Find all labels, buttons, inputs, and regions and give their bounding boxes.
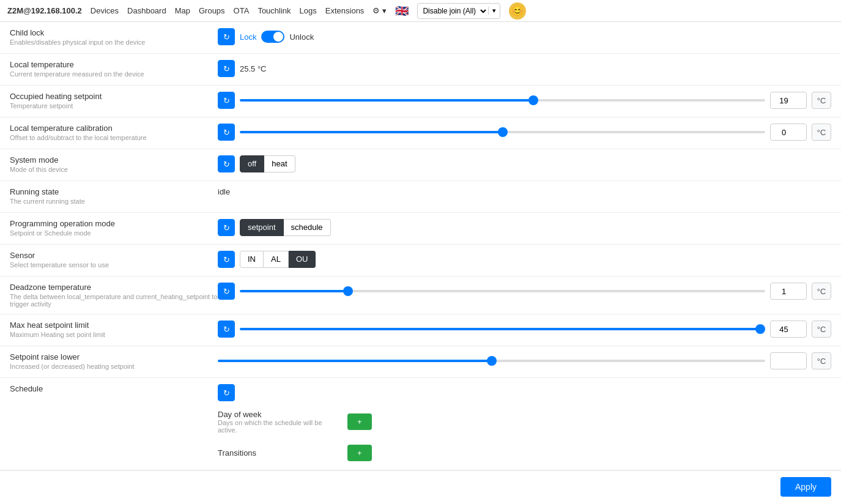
local-temperature-calibration-refresh-btn[interactable]: ↻	[218, 124, 235, 141]
local-temperature-calibration-control: ↻ °C	[218, 124, 831, 141]
occupied-heating-setpoint-refresh-btn[interactable]: ↻	[218, 92, 235, 109]
programming-operation-mode-refresh-btn[interactable]: ↻	[218, 219, 235, 236]
deadzone-temperature-slider[interactable]	[240, 290, 765, 292]
setpoint-raise-lower-label-col: Setpoint raise lower Increased (or decre…	[10, 352, 218, 370]
toggle-slider	[261, 31, 284, 43]
deadzone-temperature-label: Deadzone temperature	[10, 283, 218, 292]
schedule-refresh-btn[interactable]: ↻	[218, 384, 235, 401]
sensor-ou-btn[interactable]: OU	[289, 251, 316, 268]
unlock-label: Unlock	[289, 32, 314, 42]
sensor-in-btn[interactable]: IN	[240, 251, 264, 268]
setpoint-raise-lower-label: Setpoint raise lower	[10, 352, 218, 361]
programming-operation-mode-label: Programming operation mode	[10, 219, 218, 228]
max-heat-setpoint-limit-slider-container: °C	[240, 321, 831, 338]
flag-icon[interactable]: 🇬🇧	[395, 4, 409, 18]
day-of-week-desc: Days on which the schedule will be activ…	[218, 419, 340, 434]
system-mode-btngroup: off heat	[240, 155, 295, 172]
transitions-add-btn[interactable]: +	[347, 445, 372, 461]
setpoint-raise-lower-slider-container: °C	[218, 352, 831, 369]
nav-link-map[interactable]: Map	[175, 6, 190, 15]
occupied-heating-setpoint-desc: Temperature setpoint	[10, 102, 218, 109]
local-temperature-value: 25.5 °C	[240, 64, 267, 73]
nav-link-ota[interactable]: OTA	[234, 6, 250, 15]
occupied-heating-setpoint-slider-container: °C	[240, 92, 831, 109]
running-state-label: Running state	[10, 187, 218, 196]
user-icon-btn[interactable]: 😊	[509, 2, 526, 20]
local-temperature-desc: Current temperature measured on the devi…	[10, 70, 218, 78]
occupied-heating-setpoint-label: Occupied heating setpoint	[10, 92, 218, 101]
local-temperature-label: Local temperature	[10, 60, 218, 69]
running-state-desc: The current running state	[10, 198, 218, 205]
max-heat-setpoint-limit-input[interactable]	[770, 321, 807, 338]
occupied-heating-setpoint-label-col: Occupied heating setpoint Temperature se…	[10, 92, 218, 109]
system-mode-label-col: System mode Mode of this device	[10, 155, 218, 173]
join-dropdown-btn[interactable]: ▾	[488, 7, 500, 15]
programming-operation-mode-desc: Setpoint or Schedule mode	[10, 229, 218, 237]
nav-brand[interactable]: Z2M@192.168.100.2	[7, 6, 82, 15]
day-of-week-row: Day of week Days on which the schedule w…	[218, 407, 372, 436]
local-temperature-calibration-unit: °C	[812, 124, 831, 141]
sensor-desc: Select temperature sensor to use	[10, 261, 218, 269]
local-temperature-label-col: Local temperature Current temperature me…	[10, 60, 218, 78]
max-heat-setpoint-limit-unit: °C	[812, 321, 831, 338]
join-select[interactable]: Disable join (All)	[418, 6, 488, 16]
child-lock-refresh-btn[interactable]: ↻	[218, 28, 235, 45]
programming-mode-schedule-btn[interactable]: schedule	[284, 219, 331, 236]
running-state-label-col: Running state The current running state	[10, 187, 218, 205]
local-temperature-calibration-input[interactable]	[770, 124, 807, 141]
day-of-week-add-btn[interactable]: +	[347, 413, 372, 430]
max-heat-setpoint-limit-refresh-btn[interactable]: ↻	[218, 321, 235, 338]
child-lock-toggle[interactable]	[261, 31, 284, 43]
programming-mode-setpoint-btn[interactable]: setpoint	[240, 219, 284, 236]
deadzone-temperature-input[interactable]	[770, 283, 807, 300]
setpoint-raise-lower-unit: °C	[812, 352, 831, 369]
apply-button[interactable]: Apply	[780, 477, 831, 497]
running-state-row: Running state The current running state …	[0, 181, 841, 213]
max-heat-setpoint-limit-slider[interactable]	[240, 328, 765, 330]
setpoint-raise-lower-input[interactable]	[770, 352, 807, 369]
nav-link-dashboard[interactable]: Dashboard	[127, 6, 166, 15]
running-state-value: idle	[218, 187, 230, 196]
nav-link-touchlink[interactable]: Touchlink	[257, 6, 291, 15]
system-mode-refresh-btn[interactable]: ↻	[218, 155, 235, 172]
setpoint-raise-lower-control: °C	[218, 352, 831, 369]
deadzone-temperature-label-col: Deadzone temperature The delta between l…	[10, 283, 218, 308]
sensor-control: ↻ IN AL OU	[218, 251, 831, 268]
nav-link-extensions[interactable]: Extensions	[325, 6, 365, 15]
system-mode-off-btn[interactable]: off	[240, 155, 264, 172]
max-heat-setpoint-limit-label: Max heat setpoint limit	[10, 321, 218, 330]
nav-settings[interactable]: ⚙ ▾	[372, 6, 387, 15]
programming-operation-mode-row: Programming operation mode Setpoint or S…	[0, 213, 841, 245]
sensor-label-col: Sensor Select temperature sensor to use	[10, 251, 218, 269]
local-temperature-calibration-slider[interactable]	[240, 131, 765, 133]
occupied-heating-setpoint-input[interactable]	[770, 92, 807, 109]
schedule-row: Schedule ↻ Day of week Days on which the…	[0, 378, 841, 470]
deadzone-temperature-desc: The delta between local_temperature and …	[10, 293, 218, 308]
setpoint-raise-lower-slider[interactable]	[218, 360, 765, 362]
nav-link-groups[interactable]: Groups	[199, 6, 225, 15]
child-lock-control: ↻ Lock Unlock	[218, 28, 831, 45]
sensor-refresh-btn[interactable]: ↻	[218, 251, 235, 268]
local-temperature-control: ↻ 25.5 °C	[218, 60, 831, 77]
deadzone-temperature-refresh-btn[interactable]: ↻	[218, 283, 235, 300]
running-state-control: idle	[218, 187, 831, 196]
system-mode-heat-btn[interactable]: heat	[264, 155, 295, 172]
local-temperature-calibration-label-col: Local temperature calibration Offset to …	[10, 124, 218, 141]
max-heat-setpoint-limit-desc: Maximum Heating set point limit	[10, 331, 218, 338]
nav-link-devices[interactable]: Devices	[91, 6, 119, 15]
join-select-container[interactable]: Disable join (All) ▾	[417, 3, 500, 19]
max-heat-setpoint-limit-row: Max heat setpoint limit Maximum Heating …	[0, 314, 841, 346]
child-lock-label-col: Child lock Enables/disables physical inp…	[10, 28, 218, 46]
nav-link-logs[interactable]: Logs	[300, 6, 317, 15]
occupied-heating-setpoint-control: ↻ °C	[218, 92, 831, 109]
local-temperature-calibration-desc: Offset to add/subtract to the local temp…	[10, 134, 218, 141]
day-of-week-label: Day of week	[218, 410, 291, 419]
local-temperature-calibration-slider-container: °C	[240, 124, 831, 141]
local-temperature-calibration-label: Local temperature calibration	[10, 124, 218, 133]
occupied-heating-setpoint-slider[interactable]	[240, 99, 765, 102]
chevron-down-icon: ▾	[382, 6, 387, 15]
gear-icon: ⚙	[372, 6, 380, 15]
day-of-week-label-col: Day of week Days on which the schedule w…	[218, 410, 340, 434]
local-temperature-refresh-btn[interactable]: ↻	[218, 60, 235, 77]
sensor-al-btn[interactable]: AL	[264, 251, 289, 268]
